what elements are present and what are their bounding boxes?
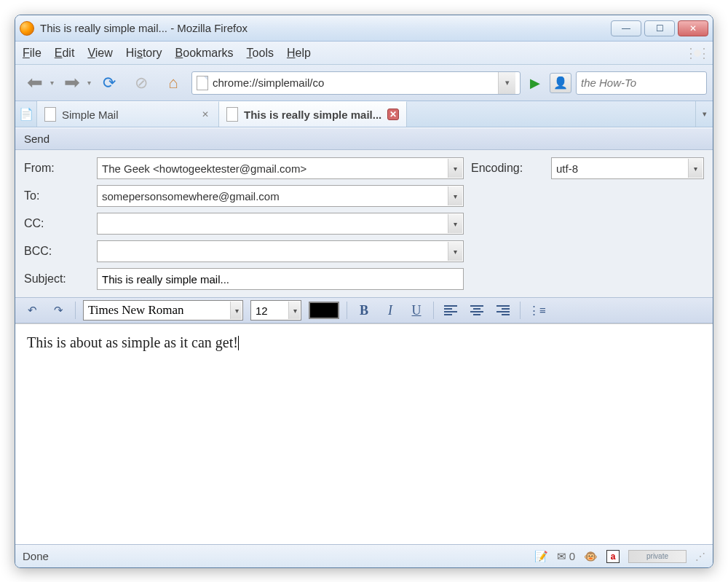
from-label: From: [24, 162, 90, 175]
menu-edit[interactable]: Edit [55, 47, 75, 60]
chevron-down-icon[interactable]: ▾ [288, 302, 300, 319]
to-field[interactable]: somepersonsomewhere@gmail.com ▾ [97, 185, 464, 207]
search-bar[interactable]: 🔍 [576, 71, 707, 95]
italic-button[interactable]: I [381, 301, 400, 320]
page-icon [197, 76, 208, 90]
menu-bookmarks[interactable]: Bookmarks [175, 47, 234, 60]
forward-history-dropdown[interactable]: ▾ [87, 79, 91, 87]
stop-button[interactable]: ⊘ [127, 69, 155, 97]
align-left-button[interactable] [441, 301, 460, 320]
menu-file[interactable]: File [23, 47, 41, 60]
redo-button[interactable]: ↷ [49, 301, 68, 320]
url-bar[interactable]: ▾ [191, 71, 521, 95]
subject-input[interactable] [102, 273, 459, 286]
tab-favicon-icon [226, 107, 238, 122]
font-family-select[interactable]: Times New Roman ▾ [83, 300, 243, 321]
tab-close-button[interactable]: ✕ [199, 109, 211, 120]
go-button[interactable]: ▶ [525, 73, 545, 93]
bcc-dropdown-icon[interactable]: ▾ [448, 242, 462, 261]
activity-indicator-icon: ⋮⋮ [689, 45, 705, 61]
search-input[interactable] [581, 76, 713, 89]
reload-button[interactable]: ⟳ [95, 69, 123, 97]
list-button[interactable]: ⋮≡ [528, 301, 547, 320]
adblock-icon[interactable]: a [606, 550, 620, 563]
bold-button[interactable]: B [355, 301, 373, 320]
from-field[interactable]: The Geek <howtogeektester@gmail.com> ▾ [97, 157, 464, 179]
back-button[interactable]: ⬅ [21, 69, 49, 97]
cc-field[interactable]: ▾ [97, 213, 464, 235]
subject-label: Subject: [24, 272, 90, 286]
all-tabs-dropdown[interactable]: ▾ [695, 101, 713, 127]
private-browsing-indicator[interactable]: private [628, 550, 687, 563]
encoding-field[interactable]: utf-8 ▾ [551, 157, 704, 179]
menu-view[interactable]: View [87, 47, 112, 60]
cc-label: CC: [24, 217, 90, 230]
encoding-value: utf-8 [556, 162, 578, 175]
header-fields: From: The Geek <howtogeektester@gmail.co… [15, 150, 713, 297]
body-text: This is about as simple as it can get! [27, 334, 238, 350]
menu-history[interactable]: History [126, 47, 162, 60]
new-tab-button[interactable]: 📄 [15, 101, 37, 127]
font-size-select[interactable]: 12 ▾ [250, 300, 301, 321]
tab-strip: 📄 Simple Mail ✕ This is really simple ma… [15, 101, 713, 127]
tab-label: Simple Mail [62, 109, 194, 121]
firefox-icon [20, 21, 34, 36]
resize-grip-icon[interactable]: ⋰ [695, 551, 705, 562]
chevron-down-icon[interactable]: ▾ [230, 302, 242, 319]
encoding-dropdown-icon[interactable]: ▾ [688, 159, 703, 178]
cc-dropdown-icon[interactable]: ▾ [448, 214, 462, 233]
status-bar: Done 📝 ✉ 0 🐵 a private ⋰ [15, 544, 713, 567]
status-text: Done [23, 550, 526, 562]
tab-favicon-icon [44, 107, 56, 122]
tab-close-button[interactable]: ✕ [387, 109, 399, 120]
underline-button[interactable]: U [407, 301, 426, 320]
compose-toolbar: Send [15, 128, 713, 150]
mail-icon: ✉ [557, 550, 566, 563]
font-size-value: 12 [256, 304, 268, 317]
to-label: To: [24, 189, 90, 202]
back-history-dropdown[interactable]: ▾ [50, 79, 54, 87]
home-button[interactable]: ⌂ [159, 69, 187, 97]
tab-label: This is really simple mail... [244, 109, 381, 121]
align-right-button[interactable] [494, 301, 513, 320]
window-title: This is really simple mail... - Mozilla … [40, 22, 611, 34]
compose-pane: Send From: The Geek <howtogeektester@gma… [15, 127, 713, 544]
from-value: The Geek <howtogeektester@gmail.com> [102, 162, 306, 175]
close-button[interactable]: ✕ [678, 20, 708, 36]
align-center-button[interactable] [467, 301, 486, 320]
mail-count-value: 0 [569, 550, 575, 562]
bcc-field[interactable]: ▾ [97, 240, 464, 262]
to-value: somepersonsomewhere@gmail.com [102, 190, 280, 202]
text-cursor [238, 336, 239, 350]
mail-count[interactable]: ✉ 0 [557, 550, 575, 563]
font-family-value: Times New Roman [88, 303, 184, 318]
to-dropdown-icon[interactable]: ▾ [448, 186, 462, 205]
subject-field[interactable] [97, 268, 464, 290]
menu-tools[interactable]: Tools [247, 47, 274, 60]
minimize-button[interactable]: — [611, 20, 641, 36]
message-body[interactable]: This is about as simple as it can get! [15, 323, 713, 544]
font-color-button[interactable] [309, 302, 339, 319]
firefox-window: This is really simple mail... - Mozilla … [15, 15, 713, 568]
from-dropdown-icon[interactable]: ▾ [448, 159, 462, 178]
forward-button[interactable]: ➡ [58, 69, 86, 97]
menubar: File Edit View History Bookmarks Tools H… [15, 42, 713, 65]
format-toolbar: ↶ ↷ Times New Roman ▾ 12 ▾ B I U [15, 297, 713, 323]
notes-icon[interactable]: 📝 [534, 550, 548, 563]
undo-button[interactable]: ↶ [23, 301, 41, 320]
url-input[interactable] [213, 76, 494, 89]
tab-simple-mail[interactable]: Simple Mail ✕ [37, 101, 219, 127]
bcc-label: BCC: [24, 245, 90, 258]
tab-compose[interactable]: This is really simple mail... ✕ [219, 101, 407, 127]
send-button[interactable]: Send [24, 133, 50, 145]
url-dropdown[interactable]: ▾ [498, 72, 515, 94]
profile-icon[interactable]: 👤 [550, 73, 571, 93]
encoding-label: Encoding: [471, 162, 544, 175]
greasemonkey-icon[interactable]: 🐵 [584, 550, 598, 563]
titlebar: This is really simple mail... - Mozilla … [15, 15, 713, 42]
menu-help[interactable]: Help [287, 47, 311, 60]
navigation-toolbar: ⬅ ▾ ➡ ▾ ⟳ ⊘ ⌂ ▾ ▶ 👤 🔍 [15, 65, 713, 101]
maximize-button[interactable]: ☐ [644, 20, 675, 36]
